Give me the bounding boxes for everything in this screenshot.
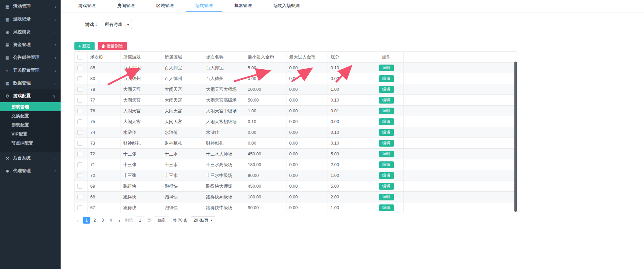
row-checkbox[interactable] [77,141,82,146]
table-cell: 0.10 [328,138,369,149]
page-size-select[interactable]: 20 条/页 ▾ [191,216,215,224]
tab-1[interactable]: 游戏管理 [69,0,105,12]
table-row: 80百人德州百人德州百人德州0.000.000.00编辑 [75,73,517,84]
edit-button[interactable]: 编辑 [379,118,394,125]
batch-delete-button[interactable]: 批量删除 [98,42,127,50]
sidebar-item-backend-system[interactable]: ⚒后台系统‹ [0,152,61,164]
table-cell: 0.10 [245,116,286,127]
sidebar-item-game-records[interactable]: ▦游戏记录‹ [0,13,61,26]
row-checkbox[interactable] [77,98,82,103]
table-cell: 1.00 [328,170,369,181]
sidebar-item-switch-config[interactable]: ◐开关配置管理‹ [0,64,61,77]
chevron-down-icon: ▾ [127,23,129,27]
row-checkbox[interactable] [77,152,82,156]
sidebar-item-data-management[interactable]: ▦数据管理‹ [0,77,61,89]
page-button-1[interactable]: 1 [83,217,90,224]
table-cell: 0.00 [286,106,328,116]
row-checkbox[interactable] [77,195,82,199]
row-checkbox[interactable] [77,205,82,210]
table-cell: 70 [88,170,121,181]
sidebar-item-activity[interactable]: ▦活动管理‹ [0,0,61,13]
edit-button[interactable]: 编辑 [379,204,394,211]
sessions-table-wrap: 场次ID所属游戏所属区域场次名称最小进入金币最大进入金币底分操作 85百人押宝百… [74,51,517,213]
sidebar-subitem-node-ip-config[interactable]: 节点IP配置 [0,139,61,148]
table-cell: 大闹天宫 [162,116,203,127]
row-checkbox[interactable] [77,162,82,167]
table-cell: 180.00 [245,192,286,202]
edit-button[interactable]: 编辑 [379,172,394,179]
game-filter-value: 所有游戏 [105,22,122,28]
page-button-3[interactable]: 3 [99,217,106,224]
goto-confirm-button[interactable]: 确定 [154,217,169,224]
table-cell-empty [404,84,517,95]
row-checkbox[interactable] [77,109,82,113]
sidebar-item-game-config[interactable]: ⚙游戏配置∨ [0,89,61,102]
tab-4[interactable]: 场次管理 [186,0,222,12]
next-page-button[interactable]: › [116,218,123,223]
table-cell-empty [404,95,517,106]
edit-button[interactable]: 编辑 [379,129,394,136]
wrench-icon: ⚒ [5,156,10,161]
tab-5[interactable]: 机器管理 [225,0,261,12]
sidebar: ▦活动管理‹▦游戏记录‹◉风控模块‹▦资金管理‹▦公告邮件管理‹◐开关配置管理‹… [0,0,61,269]
edit-button[interactable]: 编辑 [379,75,394,82]
table-cell: 十三水 [162,170,203,181]
table-row: 71十三张十三水十三水高级场180.000.002.00编辑 [75,159,517,170]
page-button-4[interactable]: 4 [107,217,114,224]
tab-2[interactable]: 房间管理 [108,0,144,12]
chevron-left-icon: ‹ [55,30,56,35]
create-button[interactable]: + 新建 [74,42,95,50]
sidebar-item-label: 风控模块 [13,29,31,35]
prev-page-button[interactable]: ‹ [74,218,81,223]
sidebar-subitem-vip-config[interactable]: VIP配置 [0,129,61,139]
edit-button[interactable]: 编辑 [379,97,394,104]
game-filter-select[interactable]: 所有游戏 ▾ [102,20,132,29]
table-cell: 90.00 [245,202,286,213]
table-cell: 0.00 [286,73,328,84]
row-checkbox[interactable] [77,173,82,178]
sidebar-item-funds[interactable]: ▦资金管理‹ [0,38,61,51]
table-cell: 73 [88,138,121,149]
sidebar-item-label: 数据管理 [13,80,31,86]
edit-button[interactable]: 编辑 [379,86,394,93]
table-cell: 0.10 [328,95,369,106]
table-cell: 68 [88,192,121,202]
sidebar-item-risk-control[interactable]: ◉风控模块‹ [0,26,61,38]
edit-button[interactable]: 编辑 [379,65,394,71]
sidebar-item-agent-management[interactable]: ☻代理管理‹ [0,164,61,177]
edit-button[interactable]: 编辑 [379,194,394,200]
tab-3[interactable]: 区域管理 [147,0,183,12]
sidebar-item-announcement-mail[interactable]: ▦公告邮件管理‹ [0,51,61,64]
edit-button[interactable]: 编辑 [379,161,394,168]
edit-button[interactable]: 编辑 [379,151,394,157]
row-checkbox[interactable] [77,76,82,81]
row-checkbox[interactable] [77,66,82,70]
table-cell: 76 [88,106,121,116]
tab-6[interactable]: 场次入场规则 [264,0,309,12]
chevron-left-icon: ‹ [55,68,56,73]
column-header: 所属游戏 [121,52,162,63]
row-checkbox[interactable] [77,87,82,92]
edit-button[interactable]: 编辑 [379,183,394,190]
edit-button[interactable]: 编辑 [379,108,394,114]
sidebar-item-label: 后台系统 [13,155,31,161]
sidebar-subitem-exchange-config[interactable]: 兑换配置 [0,111,61,120]
table-cell: 跑得快高级场 [203,192,245,202]
sidebar-subitem-game-management[interactable]: 游戏管理 [0,102,61,111]
page-button-2[interactable]: 2 [91,217,98,224]
table-cell: 十三水 [162,149,203,159]
table-row: 70十三张十三水十三水中级场90.000.001.00编辑 [75,170,517,181]
table-cell: 水浒传 [121,127,162,138]
table-row: 73财神献礼财神献礼财神献礼0.000.000.10编辑 [75,138,517,149]
vertical-scrollbar[interactable] [514,62,517,212]
row-checkbox[interactable] [77,184,82,189]
users-icon: ☻ [5,168,10,174]
row-checkbox[interactable] [77,119,82,124]
sidebar-subitem-game-config-sub[interactable]: 游戏配置 [0,120,61,129]
table-cell: 十三水大师场 [203,149,245,159]
table-cell: 5.00 [328,181,369,192]
row-checkbox[interactable] [77,130,82,135]
goto-page-input[interactable] [135,217,145,224]
select-all-checkbox[interactable] [77,55,82,60]
edit-button[interactable]: 编辑 [379,140,394,147]
